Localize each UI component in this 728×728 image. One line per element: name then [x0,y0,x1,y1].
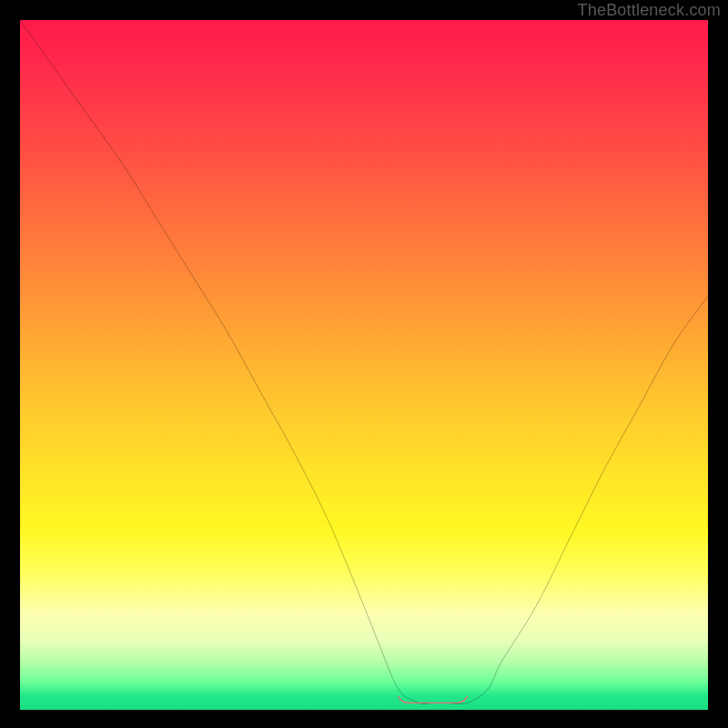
watermark-text: TheBottleneck.com [578,2,721,18]
plot-area [20,20,708,710]
curve-path [20,20,708,704]
chart-container: TheBottleneck.com [0,0,728,728]
curve-layer [20,20,708,710]
flat-highlight [399,697,468,703]
